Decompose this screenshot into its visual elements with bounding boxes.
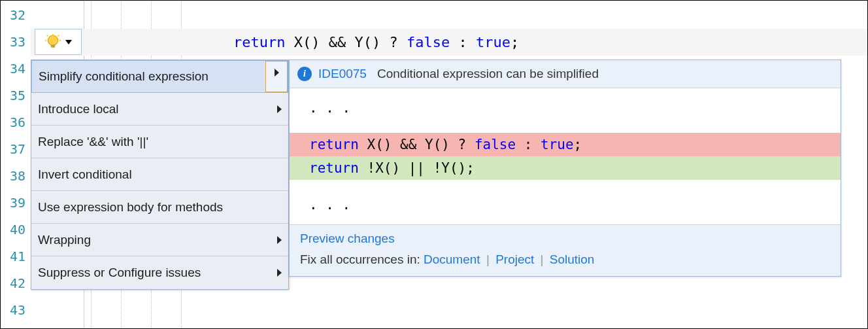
separator: | — [541, 252, 547, 266]
submenu-indicator[interactable] — [265, 61, 288, 92]
menu-item-invert-conditional[interactable]: Invert conditional — [31, 158, 288, 191]
line-number: 36 — [1, 109, 31, 136]
menu-item-label: Replace '&&' with '||' — [38, 135, 148, 149]
line-number: 34 — [1, 56, 31, 82]
line-number: 41 — [1, 243, 31, 270]
menu-item-simplify-conditional[interactable]: Simplify conditional expression — [31, 60, 288, 93]
chevron-right-icon — [277, 236, 282, 244]
menu-item-expression-body[interactable]: Use expression body for methods — [31, 191, 288, 224]
refactor-preview-panel: i IDE0075 Conditional expression can be … — [289, 60, 841, 277]
diff-context: . . . — [290, 96, 841, 120]
quick-actions-menu: Simplify conditional expression Introduc… — [31, 60, 289, 290]
svg-rect-1 — [51, 44, 56, 47]
line-number: 43 — [1, 297, 31, 324]
diff-view: . . . return X() && Y() ? false : true; … — [290, 88, 841, 224]
code-text: X() && Y() ? — [285, 34, 406, 50]
menu-item-label: Use expression body for methods — [38, 200, 223, 215]
separator: | — [486, 252, 493, 266]
preview-changes-link[interactable]: Preview changes — [300, 232, 395, 245]
line-number: 33 — [1, 29, 31, 56]
menu-item-label: Invert conditional — [38, 167, 132, 182]
code-line-33[interactable]: return X() && Y() ? false : true; — [31, 29, 867, 56]
quick-actions-button[interactable] — [35, 29, 82, 55]
fix-project-link[interactable]: Project — [495, 252, 534, 266]
info-icon: i — [297, 67, 312, 81]
line-number: 40 — [1, 216, 31, 243]
line-number: 32 — [1, 2, 31, 29]
line-number: 39 — [1, 190, 31, 216]
menu-item-label: Simplify conditional expression — [39, 69, 209, 84]
code-text: ; — [510, 34, 519, 50]
keyword-true: true — [476, 34, 510, 50]
svg-line-5 — [47, 35, 48, 37]
chevron-right-icon — [275, 69, 279, 77]
line-number: 38 — [1, 163, 31, 190]
menu-item-label: Suppress or Configure issues — [38, 266, 201, 280]
line-number: 37 — [1, 136, 31, 163]
preview-footer: Preview changes Fix all occurrences in: … — [290, 224, 841, 276]
code-text: : — [450, 34, 476, 50]
diagnostic-id-link[interactable]: IDE0075 — [318, 67, 367, 81]
menu-item-label: Introduce local — [38, 102, 119, 116]
chevron-down-icon — [65, 40, 72, 44]
fix-occurrences-label: Fix all occurrences in: — [300, 252, 424, 266]
svg-line-6 — [58, 35, 59, 37]
keyword-return: return — [233, 34, 285, 50]
line-number: 35 — [1, 82, 31, 109]
menu-item-suppress-configure[interactable]: Suppress or Configure issues — [31, 256, 288, 289]
menu-item-replace-and-or[interactable]: Replace '&&' with '||' — [31, 126, 288, 158]
menu-item-wrapping[interactable]: Wrapping — [31, 224, 288, 256]
diff-added-line: return !X() || !Y(); — [290, 156, 841, 180]
menu-item-introduce-local[interactable]: Introduce local — [31, 93, 288, 126]
svg-point-0 — [48, 35, 58, 45]
fix-document-link[interactable]: Document — [424, 252, 480, 266]
chevron-right-icon — [277, 269, 282, 277]
chevron-right-icon — [277, 105, 282, 113]
preview-header: i IDE0075 Conditional expression can be … — [290, 60, 841, 88]
line-number-gutter: 32 33 34 35 36 37 38 39 40 41 42 43 — [1, 1, 31, 328]
fix-solution-link[interactable]: Solution — [550, 252, 595, 266]
keyword-false: false — [407, 34, 450, 50]
line-number: 42 — [1, 270, 31, 297]
diff-context: . . . — [290, 193, 841, 216]
diagnostic-description: Conditional expression can be simplified — [377, 67, 599, 81]
menu-item-label: Wrapping — [38, 233, 91, 247]
lightbulb-icon — [44, 33, 61, 50]
diff-removed-line: return X() && Y() ? false : true; — [290, 133, 841, 156]
